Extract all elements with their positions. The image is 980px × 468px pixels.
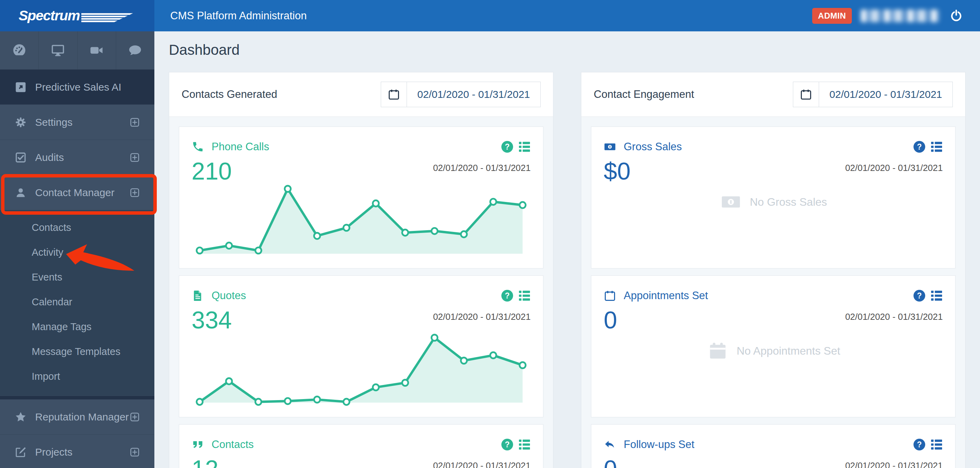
reply-arrow-icon <box>604 438 616 451</box>
expand-plus-icon[interactable] <box>129 187 141 199</box>
phone-icon <box>192 141 204 153</box>
sidebar-item-label: Predictive Sales AI <box>35 81 121 93</box>
check-square-icon <box>14 151 27 164</box>
followups-set-card: Follow-ups Set ? 0 02/01/2020 - 01/31/20… <box>591 424 956 468</box>
user-icon <box>14 186 27 199</box>
help-icon[interactable]: ? <box>913 141 925 153</box>
contact-engagement-body: Gross Sales ? $0 02/01/2020 - 01/31/2021 <box>581 117 965 468</box>
list-view-icon[interactable] <box>931 290 943 301</box>
phone-calls-chart <box>192 183 531 263</box>
card-header: Phone Calls ? <box>192 141 531 153</box>
submenu-item-activity[interactable]: Activity <box>0 240 154 265</box>
contacts-generated-header: Contacts Generated 02/01/2020 - 01/31/20… <box>169 72 553 117</box>
card-title: Contacts <box>212 438 254 451</box>
phone-calls-card: Phone Calls ? 210 02/01/2020 - 01/31/202… <box>179 126 543 269</box>
money-bill-icon <box>604 141 616 153</box>
list-view-icon[interactable] <box>518 290 531 301</box>
calendar-icon <box>604 290 616 302</box>
expand-plus-icon[interactable] <box>129 152 141 163</box>
help-icon[interactable]: ? <box>501 439 513 450</box>
card-title: Phone Calls <box>212 141 269 153</box>
sidebar-item-settings[interactable]: Settings <box>0 105 154 140</box>
list-view-icon[interactable] <box>931 439 943 450</box>
sidebar-item-label: Reputation Manager <box>35 411 129 423</box>
empty-state-text: No Appointments Set <box>737 345 840 357</box>
submenu-item-message-templates[interactable]: Message Templates <box>0 339 154 364</box>
expand-plus-icon[interactable] <box>129 446 141 458</box>
quotes-chart <box>192 332 531 411</box>
contact-engagement-panel: Contact Engagement 02/01/2020 - 01/31/20… <box>581 72 966 468</box>
main-content: Dashboard Contacts Generated 02/01/2020 … <box>154 31 980 468</box>
contacts-card: Contacts ? 12 02/01/2020 - 01/31/2021 <box>179 424 543 468</box>
gross-sales-empty-state: No Gross Sales <box>591 192 955 212</box>
contact-engagement-daterange-picker[interactable]: 02/01/2020 - 01/31/2021 <box>793 82 953 107</box>
sidebar-item-reputation-manager[interactable]: Reputation Manager <box>0 400 154 435</box>
sidebar-item-audits[interactable]: Audits <box>0 140 154 175</box>
list-view-icon[interactable] <box>931 141 943 152</box>
card-tools: ? <box>501 439 531 450</box>
sidebar-item-label: Audits <box>35 152 64 163</box>
external-link-square-icon <box>14 81 27 93</box>
card-daterange: 02/01/2020 - 01/31/2021 <box>845 312 943 322</box>
panel-title: Contact Engagement <box>594 88 694 100</box>
submenu-item-contacts[interactable]: Contacts <box>0 215 154 240</box>
tab-websites[interactable] <box>38 31 77 69</box>
card-header: Quotes ? <box>192 290 531 302</box>
user-name-blurred <box>861 10 939 22</box>
contacts-generated-body: Phone Calls ? 210 02/01/2020 - 01/31/202… <box>169 117 553 468</box>
panel-title: Contacts Generated <box>181 88 277 100</box>
star-icon <box>14 411 27 423</box>
tab-messages[interactable] <box>116 31 154 69</box>
spectrum-logo[interactable]: Spectrum <box>0 0 154 31</box>
contacts-generated-daterange-picker[interactable]: 02/01/2020 - 01/31/2021 <box>381 82 541 107</box>
sidebar-item-predictive-sales-ai[interactable]: Predictive Sales AI <box>0 70 154 105</box>
topbar-user-area: ADMIN <box>812 8 964 24</box>
list-view-icon[interactable] <box>518 439 531 450</box>
quote-right-icon <box>192 438 204 451</box>
card-title: Follow-ups Set <box>624 438 694 451</box>
card-header: Contacts ? <box>192 438 531 451</box>
list-view-icon[interactable] <box>518 141 531 152</box>
sidebar-nav: Predictive Sales AI Settings <box>0 70 154 468</box>
cms-dashboard-screen: { "topbar": { "brand": "Spectrum", "app_… <box>0 0 980 468</box>
help-icon[interactable]: ? <box>501 290 513 302</box>
submenu-item-calendar[interactable]: Calendar <box>0 290 154 314</box>
card-daterange: 02/01/2020 - 01/31/2021 <box>845 163 943 174</box>
admin-role-badge: ADMIN <box>812 8 852 24</box>
help-icon[interactable]: ? <box>913 439 925 450</box>
topbar: Spectrum CMS Platform Administration ADM… <box>0 0 980 31</box>
tab-dashboard[interactable] <box>0 31 38 69</box>
expand-plus-icon[interactable] <box>129 116 141 128</box>
sidebar-item-contact-manager[interactable]: Contact Manager <box>0 175 154 210</box>
contacts-generated-panel: Contacts Generated 02/01/2020 - 01/31/20… <box>169 72 554 468</box>
calendar-icon <box>381 82 407 107</box>
appointments-set-card: Appointments Set ? 0 02/01/2020 - 01/31/… <box>591 275 956 417</box>
dashboard-gauge-icon <box>12 43 27 57</box>
sidebar-item-label: Settings <box>35 116 72 128</box>
submenu-item-import[interactable]: Import <box>0 364 154 389</box>
help-icon[interactable]: ? <box>913 290 925 302</box>
expand-plus-icon[interactable] <box>129 411 141 423</box>
submenu-item-events[interactable]: Events <box>0 265 154 290</box>
power-icon <box>949 9 963 23</box>
help-icon[interactable]: ? <box>501 141 513 153</box>
card-header: Gross Sales ? <box>604 141 943 153</box>
brand-wordmark: Spectrum <box>19 8 80 24</box>
card-header: Follow-ups Set ? <box>604 438 943 451</box>
quotes-card: Quotes ? 334 02/01/2020 - 01/31/2021 <box>179 275 543 417</box>
topbar-main: CMS Platform Administration ADMIN <box>154 0 980 31</box>
daterange-value: 02/01/2020 - 01/31/2021 <box>407 82 540 107</box>
card-daterange: 02/01/2020 - 01/31/2021 <box>433 312 531 322</box>
logout-button[interactable] <box>948 8 964 24</box>
card-title: Appointments Set <box>624 290 708 302</box>
daterange-value: 02/01/2020 - 01/31/2021 <box>819 82 953 107</box>
tab-video[interactable] <box>78 31 116 69</box>
contact-engagement-header: Contact Engagement 02/01/2020 - 01/31/20… <box>581 72 965 117</box>
gross-sales-card: Gross Sales ? $0 02/01/2020 - 01/31/2021 <box>591 126 956 269</box>
brand-speed-lines-icon <box>81 13 134 23</box>
edit-square-icon <box>14 446 27 458</box>
sidebar-item-projects[interactable]: Projects <box>0 435 154 468</box>
card-daterange: 02/01/2020 - 01/31/2021 <box>433 163 531 174</box>
submenu-item-manage-tags[interactable]: Manage Tags <box>0 314 154 339</box>
video-camera-icon <box>89 43 104 57</box>
